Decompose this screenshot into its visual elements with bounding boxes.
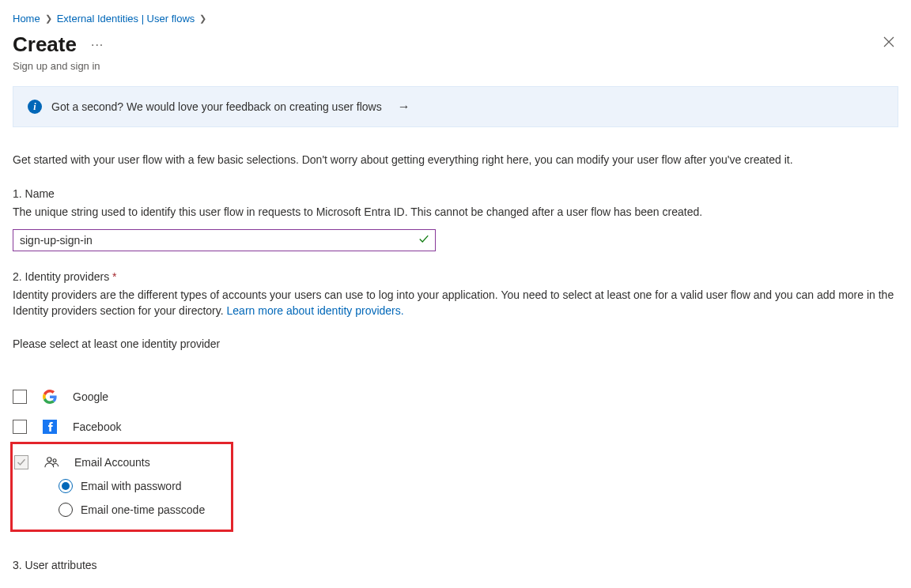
idp-select-hint: Please select at least one identity prov… [13,337,898,350]
section-idp-desc: Identity providers are the different typ… [13,288,898,318]
page-subtitle: Sign up and sign in [13,60,108,72]
facebook-icon [43,420,57,434]
close-icon [883,36,895,48]
chevron-right-icon: ❯ [45,13,52,24]
highlight-email-accounts: Email Accounts Email with password Email… [10,442,233,532]
provider-row-google: Google [13,382,898,412]
intro-text: Get started with your user flow with a f… [13,153,898,168]
breadcrumb-home[interactable]: Home [13,13,40,24]
userflow-name-input[interactable] [13,229,436,251]
chevron-right-icon: ❯ [199,13,206,24]
provider-row-facebook: Facebook [13,412,898,442]
close-button[interactable] [879,32,898,54]
section-name-label: 1. Name [13,187,898,200]
checkbox-email [14,455,28,469]
breadcrumb-external-identities[interactable]: External Identities | User flows [57,13,195,24]
checkbox-google[interactable] [13,390,27,404]
section-attrs-label: 3. User attributes [13,559,898,571]
provider-label-email: Email Accounts [74,456,150,469]
google-icon [43,390,57,404]
svg-point-1 [47,458,51,462]
learn-more-idp-link[interactable]: Learn more about identity providers. [227,304,404,317]
radio-label-email-otp: Email one-time passcode [81,503,205,516]
identity-provider-list: Google Facebook Email Accounts [13,382,898,532]
provider-label-facebook: Facebook [73,420,121,433]
radio-row-email-password[interactable]: Email with password [59,474,229,498]
people-icon [44,455,59,469]
arrow-right-icon: → [398,100,410,114]
radio-row-email-otp[interactable]: Email one-time passcode [59,498,229,522]
radio-label-email-password: Email with password [81,480,182,492]
provider-label-google: Google [73,390,108,403]
more-actions-button[interactable]: ··· [86,36,108,54]
provider-row-email: Email Accounts [14,447,229,473]
section-idp-label: 2. Identity providers * [13,270,898,283]
feedback-banner[interactable]: i Got a second? We would love your feedb… [13,86,898,127]
svg-point-2 [53,459,56,462]
radio-email-otp[interactable] [59,503,73,517]
info-icon: i [28,100,42,114]
radio-email-password[interactable] [59,479,73,493]
breadcrumb: Home ❯ External Identities | User flows … [13,13,898,24]
checkbox-facebook[interactable] [13,420,27,434]
section-name-desc: The unique string used to identify this … [13,205,898,220]
page-title: Create [13,32,77,57]
feedback-text: Got a second? We would love your feedbac… [51,100,382,113]
